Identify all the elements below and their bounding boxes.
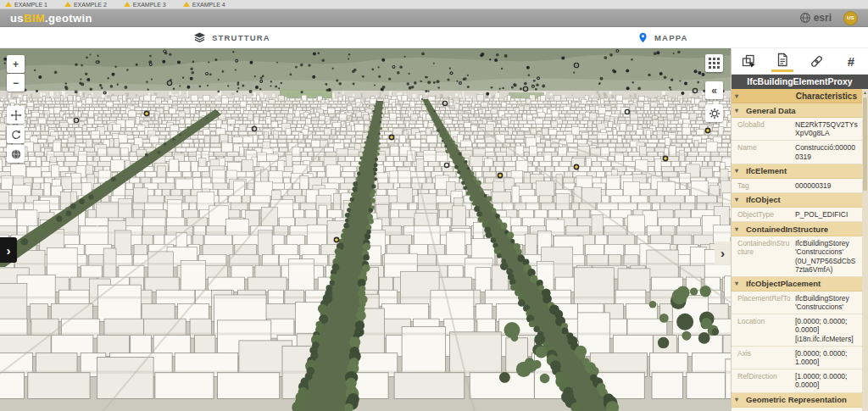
property-row: BodySweptSolid	[732, 408, 862, 411]
app-header: usBIM.geotwin esri US	[0, 9, 868, 27]
esri-globe-icon	[799, 12, 811, 24]
chevron-down-icon: ▾	[735, 225, 743, 233]
gear-icon	[709, 108, 721, 119]
bookmark-favicon-icon	[5, 2, 12, 7]
property-label: PlacementRefTo	[732, 292, 793, 314]
section-header[interactable]: ▾IfcObjectPlacement	[732, 277, 862, 292]
app-logo[interactable]: usBIM.geotwin	[10, 12, 92, 25]
property-label: Location	[732, 314, 793, 346]
property-value: SweptSolid	[793, 408, 862, 411]
bookmark-label: EXAMPLE 3	[133, 2, 166, 8]
property-value: Construcció:000000319	[793, 141, 862, 163]
rotate-button[interactable]	[7, 125, 25, 143]
section-header[interactable]: ▾Geometric Representation	[732, 393, 862, 408]
chevron-down-icon: ▾	[735, 196, 743, 203]
bookmark-item[interactable]: EXAMPLE 3	[124, 2, 166, 8]
bookmark-item[interactable]: EXAMPLE 2	[64, 2, 107, 8]
property-value: [0.0000; 0.0000; 1.0000]	[793, 347, 862, 369]
property-row: ObjectTypeP_POL_EDIFICI	[732, 208, 862, 222]
bookmark-favicon-icon	[64, 2, 71, 7]
user-avatar[interactable]: US	[843, 11, 858, 25]
collapse-panel-button[interactable]: «	[705, 81, 723, 99]
properties-document-icon	[776, 53, 789, 67]
section-label: Characteristics	[743, 92, 857, 101]
section-label: IfcElement	[746, 166, 787, 175]
select-elements-tab[interactable]	[737, 50, 760, 72]
property-label: ContainedInStructure	[732, 236, 793, 276]
browser-bookmarks-bar: EXAMPLE 1EXAMPLE 2EXAMPLE 3EXAMPLE 4	[0, 0, 868, 9]
property-value: IfcBuildingStorey 'Construccions' (0U_N7…	[793, 236, 862, 276]
logo-part-geotwin: .geotwin	[45, 12, 92, 25]
tab-mappa[interactable]: MAPPA	[637, 27, 688, 47]
bookmark-favicon-icon	[183, 2, 190, 7]
property-label: Axis	[732, 347, 793, 369]
logo-part-us: us	[10, 12, 24, 25]
logo-part-bim: BIM	[24, 12, 45, 25]
bookmark-label: EXAMPLE 4	[192, 2, 225, 8]
bookmark-label: EXAMPLE 1	[14, 2, 47, 8]
bookmark-item[interactable]: EXAMPLE 1	[5, 2, 47, 8]
zoom-in-button[interactable]: +	[7, 55, 25, 73]
section-header[interactable]: ▾IfcElement	[732, 164, 862, 179]
tab-mappa-label: MAPPA	[654, 33, 688, 42]
settings-button[interactable]	[705, 104, 723, 122]
property-value: 000000319	[793, 179, 862, 192]
link-icon	[810, 54, 824, 69]
hash-tab[interactable]: #	[840, 50, 862, 72]
property-row: RefDirection[1.0000; 0.0000; 0.0000]	[732, 369, 862, 392]
section-label: IfcObject	[746, 195, 781, 204]
property-label: RefDirection	[732, 369, 793, 392]
map-viewport[interactable]: + −	[0, 48, 731, 411]
property-row: NameConstrucció:000000319	[732, 141, 862, 164]
pan-button[interactable]	[7, 106, 25, 124]
section-label: ContainedInStructure	[746, 225, 828, 234]
bookmark-favicon-icon	[124, 2, 131, 7]
pan-icon	[10, 109, 22, 121]
panel-scrollbar[interactable]: ▴	[862, 89, 868, 411]
scroll-up-icon[interactable]: ▴	[862, 89, 868, 97]
chevron-down-icon: ▾	[735, 92, 743, 100]
avatar-initials: US	[847, 15, 854, 20]
bookmark-label: EXAMPLE 2	[74, 2, 107, 8]
tab-struttura[interactable]: STRUTTURA	[193, 27, 270, 47]
property-label: Name	[732, 141, 793, 163]
property-label: Tag	[732, 179, 793, 192]
globe-view-button[interactable]	[7, 145, 25, 163]
properties-panel: # IfcBuildingElementProxy ▾Characteristi…	[731, 48, 868, 411]
section-header[interactable]: ▾General Data	[732, 103, 862, 118]
property-row: PlacementRefToIfcBuildingStorey 'Constru…	[732, 292, 862, 314]
prev-view-button[interactable]: ›	[0, 237, 17, 263]
basemap-button[interactable]	[705, 54, 723, 72]
section-label: IfcObjectPlacement	[746, 279, 821, 288]
major-section-header[interactable]: ▾Characteristics	[732, 89, 862, 103]
esri-label: esri	[814, 12, 832, 24]
zoom-out-button[interactable]: −	[7, 74, 25, 92]
chevron-down-icon: ▾	[735, 167, 743, 175]
bookmark-item[interactable]: EXAMPLE 4	[183, 2, 225, 8]
property-label: ObjectType	[732, 208, 793, 221]
section-header[interactable]: ▾IfcObject	[732, 193, 862, 208]
next-view-button[interactable]: ›	[715, 242, 731, 264]
property-row: Location[0.0000; 0.0000; 0.0000] [i18n.i…	[732, 314, 862, 347]
hash-icon: #	[848, 54, 854, 69]
link-tab[interactable]	[806, 50, 828, 72]
section-header[interactable]: ▾ContainedInStructure	[732, 222, 862, 236]
chevron-down-icon: ▾	[735, 280, 743, 287]
property-value: NE2RkT75QV2TYsXpV0g8LA	[793, 118, 862, 140]
section-label: Geometric Representation	[746, 395, 847, 404]
chevron-down-icon: ▾	[735, 107, 743, 114]
view-tabbar: STRUTTURA MAPPA	[0, 27, 868, 48]
properties-tab[interactable]	[771, 50, 793, 72]
property-value: [1.0000; 0.0000; 0.0000]	[793, 369, 862, 392]
scrollbar-thumb[interactable]	[863, 97, 867, 191]
map-canvas[interactable]	[0, 48, 731, 411]
basemap-grid-icon	[709, 58, 720, 69]
property-row: Tag000000319	[732, 179, 862, 193]
property-value: IfcBuildingStorey 'Construccions'	[793, 292, 862, 314]
selected-entity-title: IfcBuildingElementProxy	[732, 75, 868, 89]
esri-logo[interactable]: esri	[799, 12, 832, 24]
chevron-down-icon: ▾	[735, 396, 743, 403]
layers-icon	[193, 31, 206, 43]
property-row: ContainedInStructureIfcBuildingStorey 'C…	[732, 236, 862, 277]
property-row: Axis[0.0000; 0.0000; 1.0000]	[732, 347, 862, 369]
